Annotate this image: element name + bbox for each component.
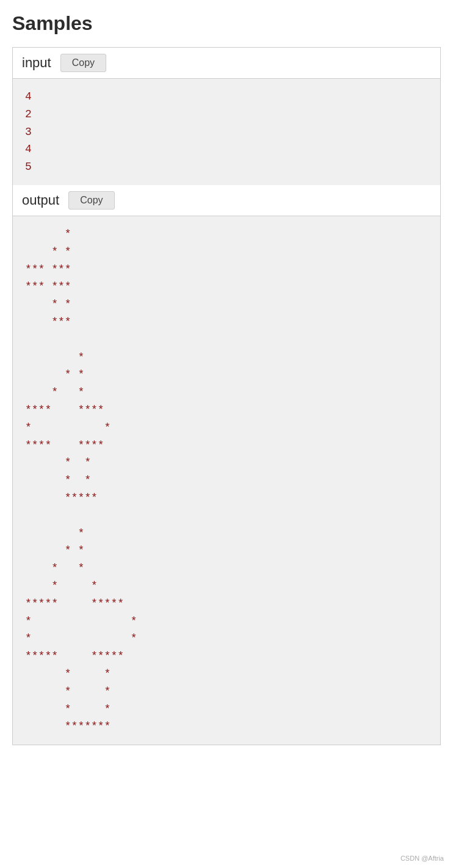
page-title: Samples	[12, 12, 441, 35]
input-content: 4 2 3 4 5	[13, 79, 440, 185]
input-section: input Copy 4 2 3 4 5	[13, 48, 440, 185]
input-header: input Copy	[13, 48, 440, 79]
input-label: input	[22, 55, 51, 71]
output-copy-button[interactable]: Copy	[68, 191, 114, 210]
output-label: output	[22, 192, 59, 208]
samples-container: input Copy 4 2 3 4 5 output Copy * * * *…	[12, 47, 441, 745]
input-copy-button[interactable]: Copy	[60, 54, 106, 72]
output-section: output Copy * * * *** *** *** *** * * **…	[13, 185, 440, 745]
output-header: output Copy	[13, 185, 440, 216]
output-content: * * * *** *** *** *** * * *** * * * * * …	[13, 216, 440, 745]
footer-text: CSDN @Aftria	[400, 855, 444, 862]
